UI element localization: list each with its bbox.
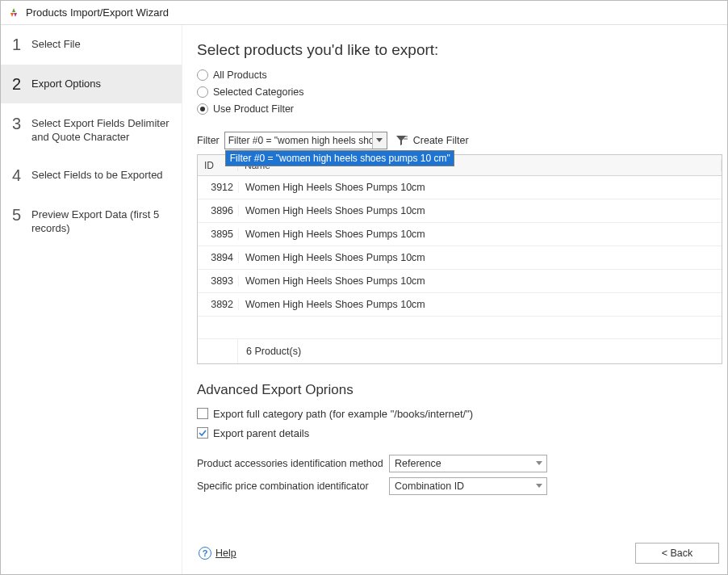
dropdown-toggle-button[interactable] bbox=[372, 132, 387, 149]
titlebar: Products Import/Export Wizard bbox=[1, 1, 727, 25]
app-icon bbox=[7, 6, 20, 19]
filter-dropdown-text: Filter #0 = "women high heels shoes bbox=[225, 135, 372, 146]
filter-funnel-icon[interactable] bbox=[395, 135, 408, 146]
field-accessory-id-method: Product accessories identification metho… bbox=[197, 455, 727, 472]
step-label: Preview Export Data (first 5 records) bbox=[31, 206, 174, 236]
radio-label: Use Product Filter bbox=[213, 103, 294, 115]
step-number: 4 bbox=[12, 166, 31, 184]
radio-use-product-filter[interactable]: Use Product Filter bbox=[197, 101, 727, 117]
chevron-down-icon bbox=[376, 138, 383, 143]
wizard-window: Products Import/Export Wizard 1 Select F… bbox=[0, 0, 728, 575]
help-link[interactable]: ? Help bbox=[199, 547, 236, 560]
page-heading: Select products you'd like to export: bbox=[197, 41, 727, 59]
step-delimiter-quote[interactable]: 3 Select Export Fields Delimiter and Quo… bbox=[1, 104, 182, 156]
select-value: Combination ID bbox=[395, 481, 464, 492]
table-row[interactable]: 3912 Women High Heels Shoes Pumps 10cm bbox=[198, 176, 722, 199]
cell-id: 3895 bbox=[198, 229, 238, 240]
checkbox-icon bbox=[197, 408, 208, 419]
cell-id: 3894 bbox=[198, 252, 238, 263]
form-label: Specific price combination identificator bbox=[197, 481, 389, 492]
step-number: 5 bbox=[12, 206, 31, 224]
radio-all-products[interactable]: All Products bbox=[197, 67, 727, 83]
step-label: Select Export Fields Delimiter and Quote… bbox=[31, 115, 174, 145]
help-icon: ? bbox=[199, 547, 211, 560]
window-title: Products Import/Export Wizard bbox=[26, 6, 169, 19]
cell-name: Women High Heels Shoes Pumps 10cm bbox=[238, 252, 722, 263]
step-label: Export Options bbox=[31, 75, 101, 91]
table-row-count: 6 Product(s) bbox=[238, 346, 301, 357]
checkbox-export-parent-details[interactable]: Export parent details bbox=[197, 424, 727, 442]
filter-dropdown[interactable]: Filter #0 = "women high heels shoes Filt… bbox=[224, 132, 387, 149]
table-row[interactable]: 3893 Women High Heels Shoes Pumps 10cm bbox=[198, 270, 722, 293]
form-label: Product accessories identification metho… bbox=[197, 458, 389, 469]
table-body: 3912 Women High Heels Shoes Pumps 10cm 3… bbox=[198, 176, 722, 339]
cell-name: Women High Heels Shoes Pumps 10cm bbox=[238, 229, 722, 240]
button-label: < Back bbox=[662, 548, 693, 559]
filter-label: Filter bbox=[197, 135, 220, 146]
filter-dropdown-option[interactable]: Filter #0 = "women high heels shoes pump… bbox=[226, 151, 454, 166]
checkbox-icon bbox=[197, 427, 208, 439]
create-filter-link[interactable]: Create Filter bbox=[413, 135, 469, 146]
step-select-fields[interactable]: 4 Select Fields to be Exported bbox=[1, 156, 182, 195]
cell-name: Women High Heels Shoes Pumps 10cm bbox=[238, 299, 722, 310]
step-number: 1 bbox=[12, 36, 31, 53]
field-price-combination-id: Specific price combination identificator… bbox=[197, 477, 727, 495]
radio-icon bbox=[197, 86, 208, 98]
cell-id: 3896 bbox=[198, 205, 238, 216]
step-label: Select File bbox=[31, 36, 81, 52]
table-row[interactable]: 3894 Women High Heels Shoes Pumps 10cm bbox=[198, 246, 722, 270]
radio-selected-categories[interactable]: Selected Categories bbox=[197, 84, 727, 100]
radio-label: All Products bbox=[213, 69, 267, 81]
radio-icon bbox=[197, 69, 208, 81]
table-row[interactable]: 3892 Women High Heels Shoes Pumps 10cm bbox=[198, 293, 722, 317]
filter-line: Filter Filter #0 = "women high heels sho… bbox=[197, 132, 727, 149]
table-row[interactable]: 3896 Women High Heels Shoes Pumps 10cm bbox=[198, 199, 722, 223]
footer-buttons: < Back bbox=[629, 543, 719, 564]
back-button[interactable]: < Back bbox=[635, 543, 719, 564]
filter-dropdown-menu: Filter #0 = "women high heels shoes pump… bbox=[225, 150, 454, 166]
table-blank-row bbox=[198, 317, 722, 339]
step-number: 2 bbox=[12, 75, 31, 93]
cell-name: Women High Heels Shoes Pumps 10cm bbox=[238, 182, 722, 193]
wizard-body: 1 Select File 2 Export Options 3 Select … bbox=[1, 25, 727, 574]
step-export-options[interactable]: 2 Export Options bbox=[1, 65, 182, 104]
cell-name: Women High Heels Shoes Pumps 10cm bbox=[238, 275, 722, 287]
radio-icon bbox=[197, 103, 208, 115]
footer-pad bbox=[198, 339, 238, 363]
wizard-footer: ? Help < Back bbox=[197, 532, 727, 574]
step-number: 3 bbox=[12, 115, 31, 132]
help-label: Help bbox=[215, 548, 236, 559]
table-footer: 6 Product(s) bbox=[198, 339, 722, 363]
select-price-combination-id[interactable]: Combination ID bbox=[389, 477, 547, 495]
step-preview-export[interactable]: 5 Preview Export Data (first 5 records) bbox=[1, 195, 182, 247]
cell-name: Women High Heels Shoes Pumps 10cm bbox=[238, 205, 722, 216]
products-table: ID Name 3912 Women High Heels Shoes Pump… bbox=[197, 154, 722, 364]
select-value: Reference bbox=[395, 458, 441, 469]
table-row[interactable]: 3895 Women High Heels Shoes Pumps 10cm bbox=[198, 223, 722, 246]
radio-label: Selected Categories bbox=[213, 86, 304, 98]
select-accessory-id-method[interactable]: Reference bbox=[389, 455, 547, 472]
chevron-down-icon bbox=[532, 455, 546, 472]
checkbox-label: Export full category path (for example "… bbox=[213, 408, 473, 420]
cell-id: 3892 bbox=[198, 299, 238, 310]
checkbox-export-full-path[interactable]: Export full category path (for example "… bbox=[197, 405, 727, 422]
advanced-heading: Advanced Export Oprions bbox=[197, 382, 727, 398]
main-panel: Select products you'd like to export: Al… bbox=[182, 25, 727, 574]
step-select-file[interactable]: 1 Select File bbox=[1, 25, 182, 65]
export-scope-radiogroup: All Products Selected Categories Use Pro… bbox=[197, 67, 727, 117]
cell-id: 3912 bbox=[198, 182, 238, 193]
wizard-steps-sidebar: 1 Select File 2 Export Options 3 Select … bbox=[1, 25, 182, 574]
chevron-down-icon bbox=[532, 478, 546, 494]
step-label: Select Fields to be Exported bbox=[31, 166, 163, 183]
checkbox-label: Export parent details bbox=[213, 427, 309, 439]
cell-id: 3893 bbox=[198, 275, 238, 287]
